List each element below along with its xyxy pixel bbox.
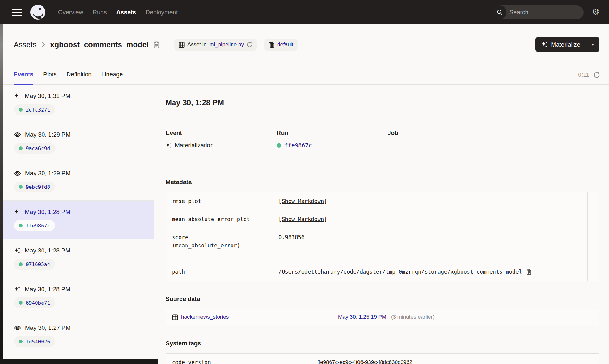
source-asset-link[interactable]: hackernews_stories bbox=[181, 313, 229, 321]
sparkle-icon bbox=[14, 209, 21, 215]
table-row: rmse plot [Show Markdown] bbox=[166, 192, 599, 210]
run-status-dot bbox=[19, 340, 23, 343]
path-link[interactable]: /Users/odetteharary/code/dagster/tmp_0mz… bbox=[278, 268, 522, 276]
chevron-down-icon: ▾ bbox=[592, 42, 594, 48]
event-list-item[interactable]: May 30, 1:28 PM 6940be71 bbox=[3, 278, 154, 316]
tab-events[interactable]: Events bbox=[14, 65, 33, 85]
show-markdown-link[interactable]: Show Markdown bbox=[282, 198, 324, 204]
run-chip[interactable]: ffe9867c bbox=[14, 220, 55, 231]
run-status-dot bbox=[19, 108, 23, 112]
run-chip[interactable]: 2cfc3271 bbox=[14, 104, 55, 115]
menu-icon[interactable] bbox=[12, 9, 22, 16]
run-status-dot bbox=[19, 224, 23, 227]
materialize-label: Materialize bbox=[551, 41, 580, 48]
run-id-link[interactable]: 9aca6c9d bbox=[26, 145, 50, 151]
tab-lineage[interactable]: Lineage bbox=[102, 65, 123, 85]
bracket: ] bbox=[324, 198, 327, 204]
breadcrumb-assets-link[interactable]: Assets bbox=[14, 40, 36, 49]
event-list: May 30, 1:31 PM 2cfc3271 May 30, 1:29 PM… bbox=[3, 85, 154, 364]
event-timestamp: May 30, 1:29 PM bbox=[25, 170, 71, 177]
eye-icon bbox=[14, 170, 21, 177]
code-location-chip[interactable]: default bbox=[264, 39, 298, 51]
dagster-logo-icon[interactable] bbox=[30, 5, 45, 20]
materialize-options-button[interactable]: ▾ bbox=[586, 37, 599, 52]
event-list-item[interactable]: May 30, 1:27 PM fd540026 bbox=[3, 316, 154, 355]
run-id-link[interactable]: ffe9867c bbox=[26, 223, 50, 229]
asset-location-file-link[interactable]: ml_pipeline.py bbox=[209, 42, 244, 48]
page-title: xgboost_comments_model bbox=[50, 40, 149, 49]
run-id-link[interactable]: 2cfc3271 bbox=[26, 107, 50, 113]
search-input[interactable] bbox=[506, 9, 584, 16]
gutter-cell bbox=[588, 192, 599, 210]
run-chip[interactable]: 9ebc9fd8 bbox=[14, 182, 55, 192]
run-id-link[interactable]: 9ebc9fd8 bbox=[26, 184, 50, 190]
run-status-dot bbox=[19, 185, 23, 189]
source-timestamp-cell: May 30, 1:25:19 PM (3 minutes earlier) bbox=[332, 309, 599, 325]
event-timestamp: May 30, 1:28 PM bbox=[25, 247, 70, 254]
nav-item-runs[interactable]: Runs bbox=[93, 9, 107, 16]
system-tags-heading: System tags bbox=[166, 340, 599, 347]
run-status-dot bbox=[19, 301, 23, 305]
event-list-item[interactable]: May 30, 1:29 PM 9ebc9fd8 bbox=[3, 162, 154, 201]
run-id-link[interactable]: ffe9867c bbox=[285, 142, 312, 149]
event-list-item[interactable]: May 30, 1:29 PM 9aca6c9d bbox=[3, 123, 154, 162]
asset-grid-icon bbox=[179, 42, 185, 48]
background-window-strip bbox=[0, 24, 3, 364]
clipboard-icon[interactable] bbox=[153, 41, 160, 48]
show-markdown-link[interactable]: Show Markdown bbox=[282, 216, 324, 222]
metadata-key: score (mean_absolute_error) bbox=[166, 228, 272, 263]
metadata-key-line: (mean_absolute_error) bbox=[172, 241, 266, 250]
run-chip[interactable]: fd540026 bbox=[14, 336, 55, 347]
refresh-icon[interactable] bbox=[247, 42, 252, 48]
asset-location-chip[interactable]: Asset in ml_pipeline.py bbox=[174, 39, 257, 51]
run-id-link[interactable]: 6940be71 bbox=[26, 300, 50, 306]
nav-item-overview[interactable]: Overview bbox=[58, 9, 83, 16]
tab-plots[interactable]: Plots bbox=[43, 65, 56, 85]
event-list-item[interactable]: May 30, 1:31 PM 2cfc3271 bbox=[3, 85, 154, 123]
event-timestamp: May 30, 1:28 PM bbox=[25, 208, 70, 215]
metadata-table: rmse plot [Show Markdown] mean_absolute_… bbox=[166, 192, 599, 281]
sparkle-icon bbox=[14, 247, 21, 254]
sparkle-icon bbox=[166, 143, 172, 149]
source-asset-cell: hackernews_stories bbox=[166, 309, 332, 325]
gutter-cell bbox=[588, 210, 599, 228]
chevron-right-icon bbox=[42, 42, 45, 48]
event-list-item[interactable]: May 30, 1:28 PM 071605a4 bbox=[3, 239, 154, 278]
refresh-icon[interactable] bbox=[593, 72, 600, 78]
nav-item-assets[interactable]: Assets bbox=[116, 9, 136, 16]
run-id-link[interactable]: fd540026 bbox=[26, 339, 50, 345]
clipboard-icon[interactable] bbox=[526, 269, 532, 275]
system-tag-value: ffe9867c-ec9c-4f06-939c-f8dc830c0962 bbox=[311, 354, 599, 364]
metadata-key: mean_absolute_error plot bbox=[166, 210, 272, 228]
run-chip[interactable]: 9aca6c9d bbox=[14, 143, 55, 154]
tab-definition[interactable]: Definition bbox=[67, 65, 92, 85]
nav-item-deployment[interactable]: Deployment bbox=[146, 9, 178, 16]
sparkle-icon bbox=[14, 93, 21, 99]
source-relative-note: (3 minutes earlier) bbox=[391, 314, 435, 320]
source-timestamp-link[interactable]: May 30, 1:25:19 PM bbox=[338, 314, 386, 320]
event-list-item-selected[interactable]: May 30, 1:28 PM ffe9867c bbox=[3, 201, 154, 239]
search-box[interactable]: / bbox=[494, 5, 584, 19]
run-chip[interactable]: 071605a4 bbox=[14, 259, 55, 270]
system-tags-table: code_version ffe9867c-ec9c-4f06-939c-f8d… bbox=[166, 353, 599, 364]
source-data-table: hackernews_stories May 30, 1:25:19 PM (3… bbox=[166, 309, 599, 325]
metadata-value: /Users/odetteharary/code/dagster/tmp_0mz… bbox=[272, 263, 588, 281]
metadata-key: rmse plot bbox=[166, 192, 272, 210]
event-detail-title: May 30, 1:28 PM bbox=[166, 98, 599, 107]
gutter-cell bbox=[588, 228, 599, 263]
event-timestamp: May 30, 1:27 PM bbox=[25, 324, 71, 331]
materialize-button[interactable]: Materialize bbox=[535, 37, 586, 52]
materialize-split-button: Materialize ▾ bbox=[535, 37, 599, 52]
run-chip[interactable]: 6940be71 bbox=[14, 297, 55, 308]
event-timestamp: May 30, 1:29 PM bbox=[25, 131, 71, 138]
layered-grid-icon bbox=[268, 42, 274, 48]
asset-tabs: Events Plots Definition Lineage 0:11 bbox=[0, 65, 609, 85]
job-label: Job bbox=[388, 130, 599, 137]
gear-icon[interactable]: ⚙ bbox=[592, 8, 599, 16]
event-detail-panel: May 30, 1:28 PM Event Materialization Ru… bbox=[154, 85, 609, 364]
table-row: score (mean_absolute_error) 0.983856 bbox=[166, 228, 599, 263]
asset-header: Assets xgboost_comments_model Asset in m… bbox=[0, 24, 609, 65]
run-label: Run bbox=[277, 130, 388, 137]
run-id-link[interactable]: 071605a4 bbox=[26, 261, 50, 267]
table-row: hackernews_stories May 30, 1:25:19 PM (3… bbox=[166, 309, 599, 325]
